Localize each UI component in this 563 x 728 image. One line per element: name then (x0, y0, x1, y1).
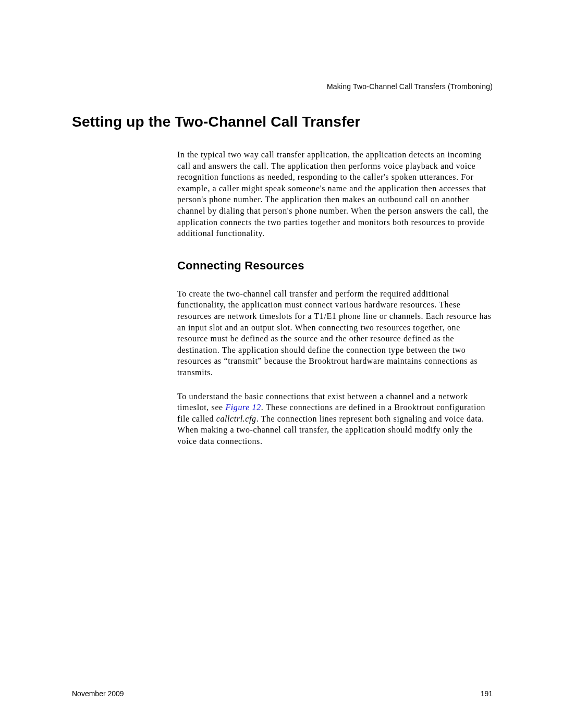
intro-paragraph: In the typical two way call transfer app… (177, 149, 493, 239)
paragraph-3: To understand the basic connections that… (177, 391, 493, 447)
page-container: Making Two-Channel Call Transfers (Tromb… (0, 0, 563, 728)
running-header: Making Two-Channel Call Transfers (Tromb… (72, 82, 493, 91)
paragraph-2: To create the two-channel call transfer … (177, 288, 493, 378)
footer-page-number: 191 (481, 689, 493, 698)
footer-date: November 2009 (72, 689, 124, 698)
heading-main: Setting up the Two-Channel Call Transfer (72, 114, 493, 130)
body-content: In the typical two way call transfer app… (177, 149, 493, 447)
para3-filename: callctrl.cfg (216, 414, 256, 423)
figure-12-link[interactable]: Figure 12 (225, 403, 261, 412)
page-footer: November 2009 191 (72, 689, 493, 698)
subheading-connecting-resources: Connecting Resources (177, 259, 493, 273)
